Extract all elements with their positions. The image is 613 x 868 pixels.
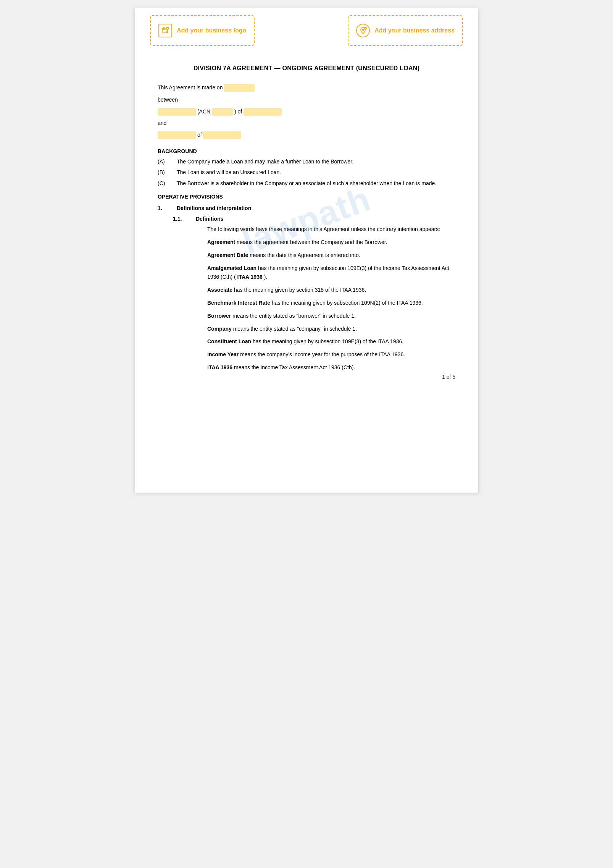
def-income-year: Income Year means the company's income y… bbox=[207, 350, 455, 359]
borrower-line: of bbox=[158, 131, 455, 139]
def-constituent-loan: Constituent Loan has the meaning given b… bbox=[207, 337, 455, 346]
def-agreement-date: Agreement Date means the date this Agree… bbox=[207, 251, 455, 260]
def-agreement: Agreement means the agreement between th… bbox=[207, 238, 455, 247]
of-text1: ) of bbox=[234, 108, 244, 115]
def-benchmark-interest-rate: Benchmark Interest Rate has the meaning … bbox=[207, 299, 455, 308]
of-text2: of bbox=[197, 132, 203, 138]
address-label: Add your business address bbox=[374, 27, 455, 35]
definitions-intro: The following words have these meanings … bbox=[207, 225, 455, 234]
background-label: BACKGROUND bbox=[158, 148, 455, 154]
page-footer: 1 of 5 bbox=[442, 374, 455, 380]
company-name-field[interactable] bbox=[158, 108, 196, 116]
background-item-a: (A) The Company made a Loan and may make… bbox=[158, 157, 455, 166]
borrower-address-field[interactable] bbox=[203, 131, 241, 139]
subsection1-1-num: 1.1. bbox=[173, 216, 188, 222]
logo-box[interactable]: Add your business logo bbox=[150, 15, 255, 46]
document-content: lawpath DIVISION 7A AGREEMENT — ONGOING … bbox=[135, 53, 478, 388]
background-item-c: (C) The Borrower is a shareholder in the… bbox=[158, 179, 455, 188]
bg-letter-b: (B) bbox=[158, 168, 169, 176]
document-page: Add your business logo Add your business… bbox=[135, 8, 478, 493]
acn-field[interactable] bbox=[212, 108, 233, 116]
company-address-field[interactable] bbox=[244, 108, 282, 116]
def-associate: Associate has the meaning given by secti… bbox=[207, 286, 455, 295]
footer-of-text: of bbox=[447, 374, 453, 380]
subsection1-1-header: 1.1. Definitions bbox=[173, 216, 455, 222]
intro-section: This Agreement is made on bbox=[158, 83, 455, 92]
bg-text-b: The Loan is and will be an Unsecured Loa… bbox=[177, 168, 455, 176]
section1-title: Definitions and interpretation bbox=[177, 205, 251, 211]
section1-num: 1. bbox=[158, 205, 169, 211]
operative-label: OPERATIVE PROVISIONS bbox=[158, 194, 455, 200]
def-company: Company means the entity stated as "comp… bbox=[207, 325, 455, 334]
def-amalgamated-loan: Amalgamated Loan has the meaning given b… bbox=[207, 264, 455, 282]
def-itaa1936: ITAA 1936 means the Income Tax Assessmen… bbox=[207, 363, 455, 372]
bg-text-a: The Company made a Loan and may make a f… bbox=[177, 157, 455, 166]
def-borrower: Borrower means the entity stated as "bor… bbox=[207, 312, 455, 321]
and-line: and bbox=[158, 119, 455, 127]
logo-label: Add your business logo bbox=[177, 27, 246, 35]
page-total: 5 bbox=[452, 374, 455, 380]
bg-letter-c: (C) bbox=[158, 179, 169, 188]
bg-text-c: The Borrower is a shareholder in the Com… bbox=[177, 179, 455, 188]
header: Add your business logo Add your business… bbox=[135, 8, 478, 53]
made-on-text: This Agreement is made on bbox=[158, 84, 223, 91]
acn-text: (ACN bbox=[197, 108, 212, 115]
page-number: 1 bbox=[442, 374, 445, 380]
between-line: between bbox=[158, 95, 455, 104]
background-item-b: (B) The Loan is and will be an Unsecured… bbox=[158, 168, 455, 176]
definition-body: The following words have these meanings … bbox=[207, 225, 455, 372]
made-on-line: This Agreement is made on bbox=[158, 83, 455, 92]
subsection1-1: 1.1. Definitions The following words hav… bbox=[173, 216, 455, 372]
svg-point-2 bbox=[362, 29, 364, 31]
bg-letter-a: (A) bbox=[158, 157, 169, 166]
document-title: DIVISION 7A AGREEMENT — ONGOING AGREEMEN… bbox=[158, 65, 455, 72]
address-box[interactable]: Add your business address bbox=[348, 15, 463, 46]
section1-header: 1. Definitions and interpretation bbox=[158, 205, 455, 211]
date-field[interactable] bbox=[224, 84, 255, 92]
background-list: (A) The Company made a Loan and may make… bbox=[158, 157, 455, 188]
subsection1-1-title: Definitions bbox=[196, 216, 223, 222]
address-icon bbox=[356, 24, 370, 37]
company-line: (ACN ) of bbox=[158, 107, 455, 116]
logo-icon bbox=[158, 24, 172, 37]
borrower-name-field[interactable] bbox=[158, 131, 196, 139]
